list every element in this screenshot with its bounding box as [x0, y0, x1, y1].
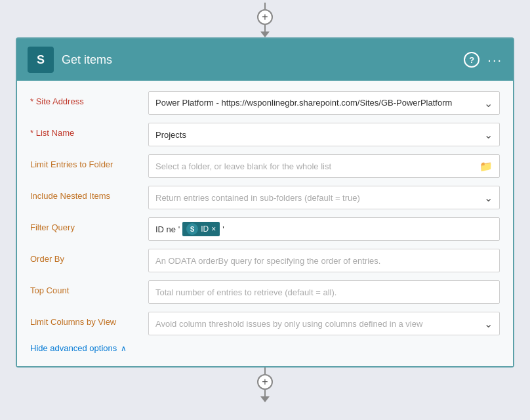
site-address-row: Site Address Power Platform - https://ws…	[30, 91, 500, 115]
limit-columns-dropdown[interactable]: Avoid column threshold issues by only us…	[148, 312, 500, 335]
filter-query-label: Filter Query	[30, 217, 148, 232]
limit-columns-placeholder: Avoid column threshold issues by only us…	[155, 319, 484, 329]
card-body: Site Address Power Platform - https://ws…	[17, 81, 513, 366]
connector-line-top	[264, 3, 266, 9]
limit-columns-dropdown-arrow: ⌄	[484, 318, 493, 330]
card-header: S Get items ? ···	[17, 39, 513, 81]
top-count-input[interactable]: Total number of entries to retrieve (def…	[148, 280, 500, 304]
list-name-dropdown[interactable]: Projects ⌄	[148, 123, 500, 146]
limit-entries-label: Limit Entries to Folder	[30, 154, 148, 169]
nested-items-dropdown[interactable]: Return entries contained in sub-folders …	[148, 186, 500, 209]
order-by-placeholder: An ODATA orderBy query for specifying th…	[155, 256, 380, 266]
more-options-button[interactable]: ···	[487, 52, 502, 68]
connector-line-mid	[264, 25, 266, 32]
order-by-label: Order By	[30, 249, 148, 264]
nested-items-placeholder: Return entries contained in sub-folders …	[155, 193, 484, 203]
header-actions: ? ···	[464, 52, 502, 68]
bottom-connector: +	[257, 368, 273, 402]
filter-query-row: Filter Query ID ne ' S ID × '	[30, 217, 500, 241]
arrow-down-bottom	[260, 396, 270, 402]
help-button[interactable]: ?	[464, 52, 479, 68]
filter-query-input[interactable]: ID ne ' S ID × '	[148, 217, 500, 241]
site-address-dropdown-arrow: ⌄	[484, 97, 493, 110]
limit-entries-input[interactable]: Select a folder, or leave blank for the …	[148, 154, 500, 178]
nested-items-label: Include Nested Items	[30, 186, 148, 201]
hide-advanced-label: Hide advanced options	[30, 343, 117, 353]
flow-container: + S Get items ? ···	[0, 0, 530, 402]
chevron-up-icon: ∧	[121, 344, 127, 353]
order-by-input[interactable]: An ODATA orderBy query for specifying th…	[148, 249, 500, 272]
chip-sp-icon: S	[186, 223, 198, 235]
list-name-row: List Name Projects ⌄	[30, 123, 500, 146]
arrow-down-top	[260, 32, 270, 37]
list-name-value: Projects	[155, 130, 186, 140]
filter-chip: S ID ×	[182, 222, 220, 236]
filter-query-prefix: ID ne '	[155, 224, 180, 234]
nested-items-row: Include Nested Items Return entries cont…	[30, 186, 500, 209]
top-connector: +	[257, 3, 273, 37]
filter-query-suffix: '	[222, 224, 224, 234]
limit-columns-row: Limit Columns by View Avoid column thres…	[30, 312, 500, 335]
connector-line-bottom-top	[264, 368, 266, 374]
top-count-label: Top Count	[30, 280, 148, 295]
sharepoint-icon: S	[28, 47, 54, 73]
folder-icon: 📁	[479, 160, 493, 173]
add-step-bottom-button[interactable]: +	[257, 374, 273, 390]
list-name-label: List Name	[30, 123, 148, 138]
site-address-value: Power Platform - https://wsponlinegbr.sh…	[155, 97, 484, 109]
nested-items-dropdown-arrow: ⌄	[484, 192, 493, 204]
limit-columns-label: Limit Columns by View	[30, 312, 148, 327]
site-address-label: Site Address	[30, 91, 148, 106]
get-items-card: S Get items ? ··· Site Address Power Pl	[16, 37, 514, 368]
limit-entries-placeholder: Select a folder, or leave blank for the …	[155, 161, 479, 171]
chip-label: ID	[201, 224, 209, 234]
limit-entries-row: Limit Entries to Folder Select a folder,…	[30, 154, 500, 178]
list-name-dropdown-arrow: ⌄	[484, 129, 493, 141]
connector-line-bottom-mid	[264, 390, 266, 396]
add-step-top-button[interactable]: +	[257, 9, 273, 25]
chip-close-button[interactable]: ×	[211, 224, 216, 234]
top-count-row: Top Count Total number of entries to ret…	[30, 280, 500, 304]
top-count-placeholder: Total number of entries to retrieve (def…	[155, 287, 336, 297]
site-address-dropdown[interactable]: Power Platform - https://wsponlinegbr.sh…	[148, 91, 500, 115]
order-by-row: Order By An ODATA orderBy query for spec…	[30, 249, 500, 272]
card-title: Get items	[62, 53, 456, 67]
hide-advanced-button[interactable]: Hide advanced options ∧	[30, 343, 500, 353]
